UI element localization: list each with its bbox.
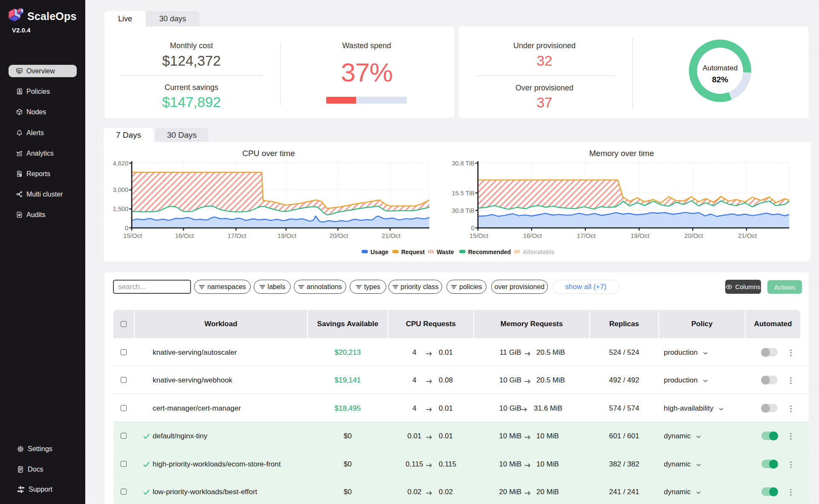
svg-text:17/Oct: 17/Oct (227, 232, 246, 239)
svg-text:30.8 TiB: 30.8 TiB (452, 160, 475, 167)
svg-text:0: 0 (471, 225, 475, 232)
svg-text:19/Oct: 19/Oct (278, 232, 297, 239)
svg-text:21/Oct: 21/Oct (382, 232, 401, 239)
svg-text:17/Oct: 17/Oct (577, 232, 596, 239)
svg-text:16/Oct: 16/Oct (175, 232, 194, 239)
svg-text:0: 0 (125, 225, 128, 232)
svg-text:15.5 TiB: 15.5 TiB (452, 190, 475, 197)
svg-text:21/Oct: 21/Oct (738, 232, 757, 239)
svg-text:Memory over time: Memory over time (589, 149, 654, 158)
svg-text:15/Oct: 15/Oct (123, 232, 142, 239)
svg-text:30.8 TiB: 30.8 TiB (452, 207, 475, 214)
svg-text:4,620: 4,620 (113, 160, 128, 167)
svg-text:Recommended: Recommended (468, 249, 511, 255)
svg-text:Request: Request (401, 249, 425, 255)
svg-text:1,500: 1,500 (113, 206, 128, 212)
svg-text:20/Oct: 20/Oct (684, 232, 703, 239)
svg-text:CPU over time: CPU over time (242, 149, 295, 158)
svg-text:Waste: Waste (437, 249, 454, 255)
svg-text:19/Oct: 19/Oct (631, 232, 650, 239)
svg-text:16/Oct: 16/Oct (523, 232, 542, 239)
svg-text:3,000: 3,000 (113, 186, 128, 193)
svg-text:15/Oct: 15/Oct (469, 232, 489, 239)
svg-text:Allocatable: Allocatable (523, 249, 555, 255)
svg-text:Usage: Usage (370, 249, 388, 255)
svg-text:20/Oct: 20/Oct (329, 232, 348, 239)
